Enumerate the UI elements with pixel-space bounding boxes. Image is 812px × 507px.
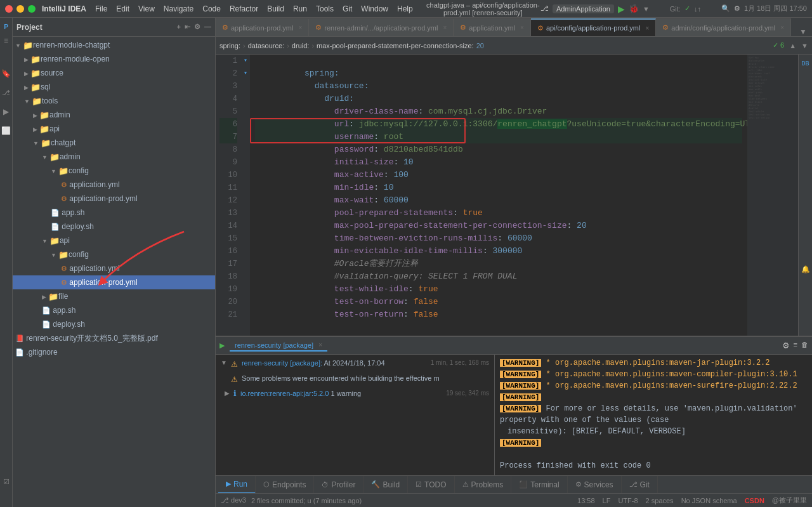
tree-item-source[interactable]: 📁 source bbox=[13, 66, 215, 80]
run-more[interactable]: ▼ bbox=[643, 5, 650, 13]
folder-toggle[interactable] bbox=[33, 124, 39, 133]
tab-run[interactable]: ▶ Run bbox=[218, 476, 256, 494]
folder-toggle[interactable] bbox=[24, 96, 32, 105]
tree-item-admin2[interactable]: 📁 admin bbox=[13, 150, 215, 164]
bc-spring[interactable]: spring: bbox=[219, 42, 240, 49]
bc-maxpool[interactable]: max-pool-prepared-statement-per-connecti… bbox=[317, 42, 474, 49]
run-filter-icon[interactable]: ≡ bbox=[794, 341, 797, 350]
tab-profiler[interactable]: ⏱ Profiler bbox=[314, 476, 363, 494]
tree-item-deploy-sh1[interactable]: 📄 deploy.sh bbox=[13, 220, 215, 234]
folder-toggle[interactable] bbox=[42, 236, 49, 245]
tree-item-app-sh1[interactable]: 📄 app.sh bbox=[13, 206, 215, 220]
bc-datasource[interactable]: datasource: bbox=[248, 42, 284, 49]
play-button[interactable]: ▶ bbox=[618, 4, 625, 14]
tab-close[interactable]: × bbox=[443, 24, 447, 31]
folder-toggle[interactable] bbox=[51, 166, 58, 175]
menu-tools[interactable]: Tools bbox=[316, 4, 334, 13]
debug-icon-left[interactable]: ⬜ bbox=[0, 124, 13, 137]
tree-item-config1[interactable]: 📁 config bbox=[13, 164, 215, 178]
vcs-icon-left[interactable]: ⎇ bbox=[0, 86, 13, 99]
run-item-api[interactable]: ▶ ℹ io.renren:renren-api:jar:5.2.0 1 war… bbox=[216, 386, 494, 400]
run-item-warning[interactable]: ⚠ Some problems were encountered while b… bbox=[216, 371, 494, 386]
run-icon-left[interactable]: ▶ bbox=[0, 105, 13, 118]
folder-toggle[interactable] bbox=[15, 41, 23, 49]
maximize-button[interactable] bbox=[28, 5, 36, 13]
collapse-icon[interactable]: ⇤ bbox=[185, 23, 190, 31]
tree-item-file-folder[interactable]: 📁 file bbox=[13, 289, 215, 303]
tab-endpoints[interactable]: ⬡ Endpoints bbox=[256, 476, 314, 494]
tab-services[interactable]: ⚙ Services bbox=[568, 476, 622, 494]
tab-application-yml[interactable]: ⚙ application.yml × bbox=[454, 18, 531, 36]
tab-git[interactable]: ⎇ Git bbox=[622, 476, 658, 494]
menu-idea[interactable]: IntelliJ IDEA bbox=[42, 4, 86, 13]
tree-item-pdf[interactable]: 📕 renren-security开发文档5.0_完整版.pdf bbox=[13, 331, 215, 345]
add-icon[interactable]: + bbox=[177, 23, 181, 31]
code-line-1[interactable]: spring: bbox=[255, 55, 742, 67]
run-tab-run[interactable]: renren-security [package] × bbox=[230, 340, 327, 352]
run-settings-icon[interactable]: ⚙ bbox=[782, 341, 790, 350]
notif-icon[interactable]: 🔔 bbox=[799, 263, 812, 275]
line-ending[interactable]: LF bbox=[603, 497, 611, 504]
tree-item-chatgpt[interactable]: 📁 chatgpt bbox=[13, 136, 215, 150]
database-icon[interactable]: DB bbox=[799, 57, 812, 70]
tree-item-tools[interactable]: 📁 tools bbox=[13, 94, 215, 108]
minimize-button[interactable] bbox=[16, 5, 24, 13]
menu-navigate[interactable]: Navigate bbox=[164, 4, 193, 13]
folder-toggle[interactable] bbox=[42, 152, 49, 161]
tab-admin-config-prod[interactable]: ⚙ admin/config/application-prod.yml × bbox=[656, 18, 791, 36]
folder-toggle[interactable] bbox=[24, 55, 30, 63]
folder-toggle[interactable] bbox=[24, 82, 30, 91]
vcs-icon[interactable]: ⎇ bbox=[540, 4, 549, 13]
folder-toggle[interactable] bbox=[51, 250, 58, 259]
menu-code[interactable]: Code bbox=[202, 4, 221, 13]
run-config-label[interactable]: AdminApplication bbox=[553, 4, 614, 13]
menu-build[interactable]: Build bbox=[267, 4, 284, 13]
tab-build[interactable]: 🔨 Build bbox=[363, 476, 408, 494]
tab-api-config-prod[interactable]: ⚙ api/config/application-prod.yml × bbox=[531, 18, 656, 36]
debug-button[interactable]: 🐞 bbox=[629, 4, 639, 13]
settings-icon[interactable]: ⚙ bbox=[734, 4, 740, 13]
todo-icon-left[interactable]: ☑ bbox=[0, 475, 13, 488]
run-log[interactable]: [WARNING] * org.apache.maven.plugins:mav… bbox=[495, 355, 812, 475]
tab-close[interactable]: × bbox=[645, 25, 649, 32]
tree-item-app-yml1[interactable]: ⚙ application.yml bbox=[13, 178, 215, 192]
code-content[interactable]: spring: datasource: druid: driver-class-… bbox=[250, 55, 747, 336]
tab-more[interactable]: ▼ bbox=[799, 27, 807, 36]
tree-item-api2[interactable]: 📁 api bbox=[13, 234, 215, 247]
menu-git[interactable]: Git bbox=[343, 4, 352, 13]
run-clear-icon[interactable]: 🗑 bbox=[801, 341, 808, 350]
tree-item-sql[interactable]: 📁 sql bbox=[13, 80, 215, 94]
structure-icon[interactable]: ≡ bbox=[0, 34, 13, 47]
tab-close[interactable]: × bbox=[520, 24, 524, 31]
nav-down[interactable]: ▼ bbox=[801, 42, 808, 49]
encoding-display[interactable]: UTF-8 bbox=[618, 497, 638, 504]
git-branch-status[interactable]: ⎇ dev3 bbox=[221, 496, 246, 504]
search-everywhere[interactable]: 🔍 bbox=[721, 4, 730, 13]
tree-item-admin1[interactable]: 📁 admin bbox=[13, 108, 215, 122]
git-actions[interactable]: ↓↑ bbox=[694, 5, 701, 13]
tree-item-module-chatgpt[interactable]: 📁 renren-module-chatgpt bbox=[13, 38, 215, 52]
git-check[interactable]: ✓ bbox=[684, 4, 690, 13]
tree-item-app-prod-yml2[interactable]: ⚙ application-prod.yml bbox=[13, 275, 215, 289]
tab-close[interactable]: × bbox=[780, 24, 784, 31]
tree-item-gitignore[interactable]: 📄 .gitignore bbox=[13, 345, 215, 359]
close-button[interactable] bbox=[5, 5, 13, 13]
nav-up[interactable]: ▲ bbox=[789, 42, 796, 49]
menu-refactor[interactable]: Refactor bbox=[230, 4, 258, 13]
project-icon[interactable]: P bbox=[0, 20, 13, 33]
menu-window[interactable]: Window bbox=[361, 4, 388, 13]
menu-file[interactable]: File bbox=[95, 4, 107, 13]
bookmark-icon[interactable]: 🔖 bbox=[0, 67, 13, 80]
tab-application-prod-1[interactable]: ⚙ application-prod.yml × bbox=[216, 18, 309, 36]
close-panel-icon[interactable]: — bbox=[204, 23, 211, 31]
bc-druid[interactable]: druid: bbox=[292, 42, 310, 49]
folder-toggle[interactable] bbox=[33, 110, 39, 119]
menu-view[interactable]: View bbox=[138, 4, 155, 13]
menu-help[interactable]: Help bbox=[397, 4, 413, 13]
folder-toggle[interactable] bbox=[24, 69, 30, 77]
tree-item-module-open[interactable]: 📁 renren-module-open bbox=[13, 52, 215, 66]
tree-item-api1[interactable]: 📁 api bbox=[13, 122, 215, 136]
menu-edit[interactable]: Edit bbox=[116, 4, 129, 13]
run-item-parent[interactable]: ▼ ⚠ renren-security [package]: At 2024/1… bbox=[216, 356, 494, 371]
tab-problems[interactable]: ⚠ Problems bbox=[455, 476, 512, 494]
